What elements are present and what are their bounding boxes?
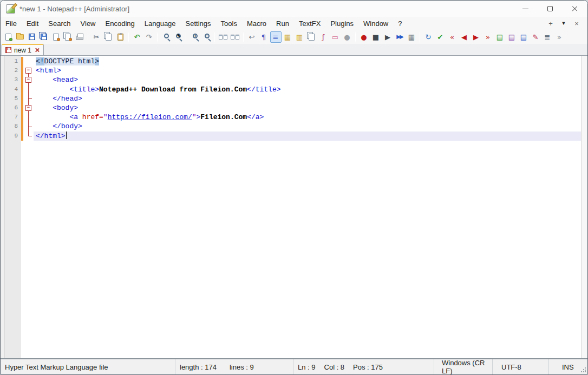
menu-tools[interactable]: Tools <box>216 17 242 30</box>
cut-button[interactable]: ✂ <box>91 31 102 43</box>
status-eol-format[interactable]: Windows (CR LF) <box>434 359 492 374</box>
fold-marker[interactable]: − <box>24 75 34 84</box>
menu-textfx[interactable]: TextFX <box>294 17 325 30</box>
new-file-button[interactable] <box>3 31 14 43</box>
resize-grip[interactable] <box>580 367 586 373</box>
folder-as-workspace-button[interactable]: ▭ <box>330 31 341 43</box>
nav-previous-button[interactable]: ◀ <box>459 31 470 43</box>
user-defined-language-button[interactable]: ▦ <box>282 31 293 43</box>
redo-button-icon: ↷ <box>146 34 152 41</box>
fold-toggle[interactable]: − <box>25 68 31 74</box>
document-list-button[interactable]: ≣ <box>542 31 553 43</box>
user-defined-language-button-icon: ▦ <box>284 34 291 41</box>
print-button[interactable] <box>74 31 86 43</box>
status-pos: Pos : 175 <box>353 363 383 371</box>
playback-macro-button[interactable]: ▶ <box>382 31 394 43</box>
document-list-dropdown[interactable]: ▼ <box>557 18 570 29</box>
run-macro-multiple-times-button[interactable]: ▶▶ <box>394 31 406 43</box>
sync-horizontal-scrolling-button[interactable] <box>230 31 241 43</box>
plugin-doc-purple-button[interactable]: ▤ <box>506 31 518 43</box>
read-only-toggle-button[interactable]: ✎ <box>530 31 541 43</box>
fold-cell <box>24 131 34 141</box>
menu-window[interactable]: Window <box>358 17 393 30</box>
unsaved-changes-marker <box>21 57 23 141</box>
menu-search[interactable]: Search <box>43 17 75 30</box>
zoom-out-button[interactable]: − <box>201 31 212 43</box>
fold-marker[interactable]: − <box>24 103 34 113</box>
line-number: 2 <box>5 66 21 75</box>
start-recording-button[interactable]: ● <box>358 31 370 43</box>
line-number: 9 <box>5 131 21 141</box>
menu-macro[interactable]: Macro <box>242 17 271 30</box>
menu-plugins[interactable]: Plugins <box>325 17 358 30</box>
tab-close-icon[interactable] <box>34 47 40 53</box>
run-macro-multiple-times-button-icon: ▶▶ <box>396 34 402 40</box>
status-encoding[interactable]: UTF-8 <box>492 359 548 374</box>
new-document-button[interactable]: + <box>544 18 557 29</box>
word-wrap-button[interactable]: ↩ <box>246 31 258 43</box>
document-map-button[interactable]: ▥ <box>294 31 305 43</box>
plugin-doc-green-button-icon: ▤ <box>496 34 503 41</box>
unsaved-indicator-icon <box>5 47 11 53</box>
find-button[interactable] <box>160 31 172 43</box>
sync-vertical-scrolling-button[interactable] <box>218 31 229 43</box>
text-area[interactable]: <!DOCTYPE html><html> <head> <title>Note… <box>34 56 581 358</box>
fold-cell <box>24 122 34 131</box>
status-insert-mode[interactable]: INS <box>548 359 587 374</box>
menu-encoding[interactable]: Encoding <box>101 17 140 30</box>
launch-run-button[interactable]: ↻ <box>423 31 434 43</box>
open-file-button[interactable] <box>15 31 26 43</box>
stop-recording-button[interactable]: ■ <box>370 31 382 43</box>
title-bar[interactable]: *new 1 - Notepad++ [Administrator] <box>1 1 587 17</box>
copy-button[interactable] <box>103 31 114 43</box>
maximize-button[interactable] <box>538 1 563 17</box>
monitoring-button-icon: ● <box>344 34 350 41</box>
document-switcher-button[interactable] <box>306 31 317 43</box>
tab-bar: new 1 <box>1 44 587 56</box>
menu-run[interactable]: Run <box>271 17 294 30</box>
function-list-button[interactable]: ƒ <box>318 31 329 43</box>
fold-toggle[interactable]: − <box>25 105 31 111</box>
menu-settings[interactable]: Settings <box>181 17 216 30</box>
close-button[interactable] <box>563 1 587 17</box>
menu-edit[interactable]: Edit <box>22 17 43 30</box>
show-all-characters-button[interactable]: ¶ <box>258 31 270 43</box>
show-indent-guide-button[interactable]: ≡ <box>270 31 282 43</box>
close-file-button[interactable] <box>50 31 62 43</box>
vertical-scrollbar[interactable] <box>581 56 587 358</box>
editor-pane: 123456789 −−− <!DOCTYPE html><html> <hea… <box>1 56 587 358</box>
close-all-button[interactable] <box>62 31 74 43</box>
spell-check-button[interactable]: ✔ <box>435 31 446 43</box>
nav-next-button[interactable]: ▶ <box>471 31 482 43</box>
undo-button[interactable]: ↶ <box>132 31 143 43</box>
code-line: </body> <box>34 122 581 131</box>
save-all-button[interactable] <box>38 31 50 43</box>
nav-last-button[interactable]: » <box>482 31 494 43</box>
show-all-characters-button-icon: ¶ <box>262 34 266 41</box>
menu-view[interactable]: View <box>76 17 101 30</box>
toolbar-overflow-button[interactable]: » <box>554 31 565 43</box>
redo-button[interactable]: ↷ <box>143 31 155 43</box>
save-file-button[interactable] <box>27 31 38 43</box>
plugin-doc-green-button[interactable]: ▤ <box>494 31 506 43</box>
menu-language[interactable]: Language <box>140 17 181 30</box>
fold-toggle[interactable]: − <box>25 77 31 83</box>
save-recorded-macro-button-icon: ▦ <box>408 34 415 41</box>
tab-new-1[interactable]: new 1 <box>2 44 44 55</box>
zoom-in-button[interactable]: + <box>189 31 200 43</box>
menu-help[interactable]: ? <box>393 17 407 30</box>
replace-button[interactable]: ✎ <box>172 31 184 43</box>
paste-button[interactable] <box>115 31 126 43</box>
nav-first-button[interactable]: « <box>447 31 458 43</box>
fold-marker[interactable]: − <box>24 66 34 75</box>
document-map-button-icon: ▥ <box>296 34 303 41</box>
save-recorded-macro-button[interactable]: ▦ <box>406 31 417 43</box>
menu-file[interactable]: File <box>1 17 22 30</box>
status-line: Ln : 9 <box>298 363 316 371</box>
code-line: <title>Notepad++ Download from Fileion.C… <box>34 85 581 94</box>
close-document-button[interactable]: × <box>570 18 583 29</box>
monitoring-button[interactable]: ● <box>342 31 353 43</box>
plugin-doc-blue-button[interactable]: ▤ <box>518 31 530 43</box>
code-line: <a href="https://fileion.com/">Fileion.C… <box>34 113 581 122</box>
minimize-button[interactable] <box>513 1 538 17</box>
